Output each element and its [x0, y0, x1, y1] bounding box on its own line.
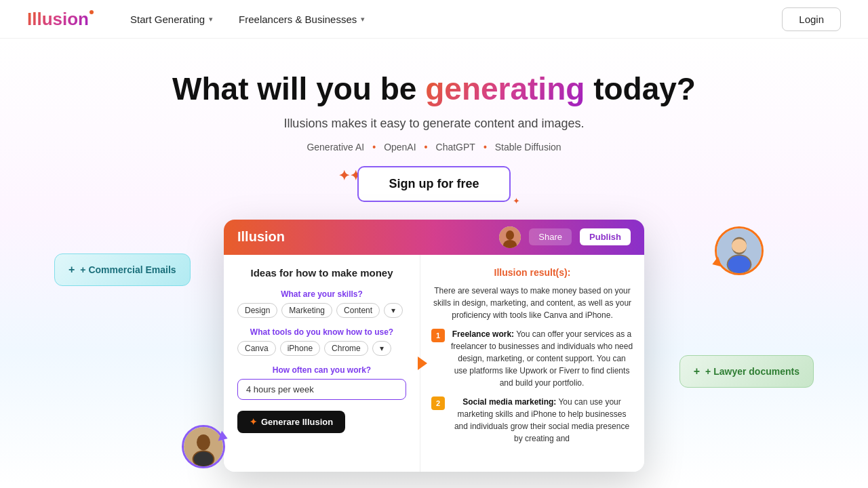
result-intro: There are several ways to make money bas…	[431, 285, 633, 321]
result-item-text-1: Freelance work: You can offer your servi…	[450, 328, 633, 389]
login-button[interactable]: Login	[782, 7, 841, 31]
right-avatar-image	[715, 226, 764, 275]
svg-point-3	[194, 451, 214, 466]
logo-text: Illusion	[27, 9, 89, 30]
navbar: Illusion Start Generating ▾ Freelancers …	[0, 0, 868, 39]
plus-icon: +	[68, 264, 75, 276]
skills-tags: Design Marketing Content ▾	[237, 303, 406, 318]
tag-iphone[interactable]: iPhone	[280, 341, 320, 356]
hours-label: How often can you work?	[237, 365, 406, 375]
nav-freelancers[interactable]: Freelancers & Businesses ▾	[229, 8, 374, 30]
hours-input[interactable]	[237, 379, 406, 400]
signup-button[interactable]: Sign up for free	[357, 166, 510, 202]
result-item-text-2: Social media marketing: You can use your…	[450, 396, 633, 445]
app-card-header: Illusion Share Publish	[224, 220, 644, 255]
cards-area: + + Commercial Emails Illusion	[14, 220, 854, 472]
svg-point-5	[506, 230, 514, 240]
plus-icon-right: +	[694, 365, 700, 378]
result-item-1: 1 Freelance work: You can offer your ser…	[431, 328, 633, 389]
sparkle-right-icon: ✦	[513, 196, 520, 206]
left-panel: Ideas for how to make money What are you…	[224, 255, 420, 472]
logo: Illusion	[27, 9, 94, 30]
chevron-down-icon: ▾	[209, 15, 213, 24]
tools-label: What tools do you know how to use?	[237, 327, 406, 337]
nav-start-generating[interactable]: Start Generating ▾	[121, 8, 222, 30]
right-panel: Illusion result(s): There are several wa…	[420, 255, 644, 472]
share-button[interactable]: Share	[529, 228, 572, 245]
left-avatar	[182, 425, 225, 468]
hero-subtitle: Illusions makes it easy to generate cont…	[14, 117, 854, 131]
tag-chrome[interactable]: Chrome	[324, 341, 368, 356]
tag-canva[interactable]: Canva	[237, 341, 276, 356]
header-avatar	[499, 226, 521, 248]
logo-dot	[90, 10, 94, 14]
app-logo: Illusion	[237, 229, 285, 245]
commercial-emails-card[interactable]: + + Commercial Emails	[54, 253, 191, 286]
result-item-2: 2 Social media marketing: You can use yo…	[431, 396, 633, 445]
chevron-down-icon: ▾	[361, 15, 365, 24]
right-avatar	[715, 226, 764, 275]
tools-tags: Canva iPhone Chrome ▾	[237, 341, 406, 356]
svg-point-11	[728, 256, 751, 273]
hero-section: What will you be generating today? Illus…	[0, 39, 868, 485]
app-card: Illusion Share Publish Ideas for how to …	[224, 220, 644, 472]
left-avatar-image	[182, 425, 225, 468]
svg-point-10	[732, 239, 747, 252]
generate-button[interactable]: ✦ Generare Illusion	[237, 411, 345, 433]
tag-marketing[interactable]: Marketing	[281, 303, 332, 318]
result-num-2: 2	[431, 396, 445, 410]
nav-links: Start Generating ▾ Freelancers & Busines…	[121, 8, 782, 30]
result-num-1: 1	[431, 329, 445, 342]
tag-design[interactable]: Design	[237, 303, 277, 318]
result-title: Illusion result(s):	[431, 267, 633, 278]
play-icon	[418, 357, 427, 370]
tools-dropdown[interactable]: ▾	[372, 341, 391, 356]
lawyer-documents-card[interactable]: + + Lawyer documents	[679, 355, 814, 388]
skills-label: What are your skills?	[237, 289, 406, 299]
gen-plus-icon: ✦	[250, 417, 257, 427]
tech-pills: Generative AI • OpenAI • ChatGPT • Stabl…	[14, 142, 854, 152]
publish-button[interactable]: Publish	[580, 228, 631, 245]
tag-content[interactable]: Content	[336, 303, 380, 318]
app-card-body: Ideas for how to make money What are you…	[224, 255, 644, 472]
panel-title: Ideas for how to make money	[237, 267, 406, 279]
svg-point-1	[197, 434, 210, 451]
skills-dropdown[interactable]: ▾	[384, 303, 403, 318]
hero-title: What will you be generating today?	[14, 71, 854, 107]
